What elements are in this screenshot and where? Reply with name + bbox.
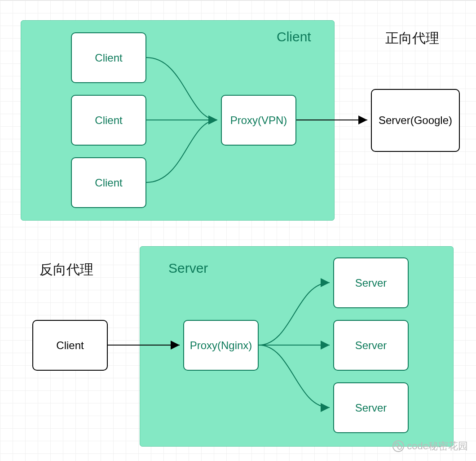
reverse-server-1: Server — [333, 257, 409, 308]
forward-client-1: Client — [71, 32, 146, 83]
reverse-server-3: Server — [333, 382, 409, 433]
watermark: code秘密花园 — [392, 439, 468, 453]
forward-client-2: Client — [71, 95, 146, 146]
box-label: Proxy(Nginx) — [190, 339, 252, 352]
box-label: Client — [95, 114, 122, 127]
forward-server-box: Server(Google) — [371, 89, 460, 152]
wechat-icon — [392, 440, 404, 452]
box-label: Client — [56, 339, 84, 352]
forward-client-3: Client — [71, 157, 146, 208]
box-label: Server — [355, 402, 387, 414]
box-label: Client — [95, 52, 122, 64]
box-label: Server — [355, 277, 387, 289]
forward-proxy-box: Proxy(VPN) — [221, 95, 296, 146]
box-label: Proxy(VPN) — [230, 114, 287, 127]
forward-proxy-title: 正向代理 — [385, 29, 439, 48]
forward-region-label: Client — [277, 29, 311, 44]
reverse-region-label: Server — [168, 261, 208, 276]
box-label: Server(Google) — [379, 114, 452, 127]
box-label: Server — [355, 339, 387, 352]
box-label: Client — [95, 177, 122, 189]
reverse-proxy-title: 反向代理 — [40, 261, 93, 279]
reverse-client-box: Client — [32, 320, 108, 371]
reverse-server-2: Server — [333, 320, 409, 371]
watermark-text: code秘密花园 — [407, 439, 468, 453]
reverse-proxy-box: Proxy(Nginx) — [183, 320, 259, 371]
